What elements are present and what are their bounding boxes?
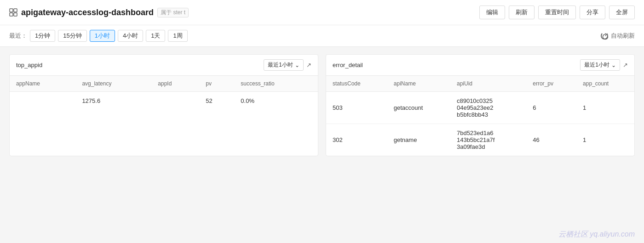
cell-api-name: getaccount <box>387 92 450 124</box>
col-success-ratio: success_ratio <box>234 76 318 92</box>
svg-rect-3 <box>14 13 17 16</box>
edit-button[interactable]: 编辑 <box>479 6 505 19</box>
svg-rect-0 <box>10 9 13 12</box>
col-status-code: statusCode <box>326 76 387 92</box>
recent-label: 最近： <box>9 32 27 40</box>
col-api-name: apiName <box>387 76 450 92</box>
cell-error-pv: 46 <box>526 124 576 156</box>
col-pv: pv <box>199 76 234 92</box>
refresh-button[interactable]: 刷新 <box>509 6 535 19</box>
top-appid-panel-header: top_appid 最近1小时 ⌄ ↗ <box>10 55 318 76</box>
cell-error-pv: 6 <box>526 92 576 124</box>
cell-appid <box>151 92 199 110</box>
error-detail-time-label: 最近1小时 <box>584 61 610 69</box>
share-button[interactable]: 分享 <box>580 6 605 19</box>
cell-app-count: 1 <box>576 124 634 156</box>
toolbar-left: 最近： 1分钟 15分钟 1小时 4小时 1天 1周 <box>9 30 188 42</box>
cell-status-code: 503 <box>326 92 387 124</box>
cell-api-uid: c89010c032504e95a23ee2b5bfc8bb43 <box>450 92 526 124</box>
col-avg-latency: avg_latency <box>75 76 151 92</box>
top-appid-header-right: 最近1小时 ⌄ ↗ <box>264 59 311 71</box>
page-title: apigateway-accesslog-dashboard <box>21 8 154 17</box>
cell-pv: 52 <box>199 92 234 110</box>
error-detail-panel-header: error_detail 最近1小时 ⌄ ↗ <box>326 55 634 76</box>
time-btn-1min[interactable]: 1分钟 <box>30 30 55 42</box>
top-appid-time-label: 最近1小时 <box>268 61 293 69</box>
top-appid-table: appName avg_latency appId pv success_rat… <box>10 76 318 110</box>
error-detail-panel: error_detail 最近1小时 ⌄ ↗ statusCode apiNam… <box>326 54 635 156</box>
top-appid-expand-icon[interactable]: ↗ <box>306 62 311 68</box>
dashboard-icon <box>9 8 17 17</box>
cell-app-count: 1 <box>576 92 634 124</box>
col-error-pv: error_pv <box>526 76 576 92</box>
cell-success-ratio: 0.0% <box>234 92 318 110</box>
table-row: 503 getaccount c89010c032504e95a23ee2b5b… <box>326 92 634 124</box>
table-row: 1275.6 52 0.0% <box>10 92 318 110</box>
error-detail-header-right: 最近1小时 ⌄ ↗ <box>580 59 628 71</box>
fullscreen-button[interactable]: 全屏 <box>609 6 635 19</box>
header: apigateway-accesslog-dashboard 属于 ster t… <box>0 0 644 25</box>
time-btn-15min[interactable]: 15分钟 <box>58 30 86 42</box>
header-right: 编辑 刷新 重置时间 分享 全屏 <box>479 6 635 19</box>
cell-status-code: 302 <box>326 124 387 156</box>
top-appid-time-select[interactable]: 最近1小时 ⌄ <box>264 59 304 71</box>
top-appid-header-row: appName avg_latency appId pv success_rat… <box>10 76 318 92</box>
col-api-uid: apiUid <box>450 76 526 92</box>
chevron-down-icon: ⌄ <box>611 62 616 68</box>
cell-avg-latency: 1275.6 <box>75 92 151 110</box>
auto-refresh-label: 自动刷新 <box>611 32 635 40</box>
error-detail-time-select[interactable]: 最近1小时 ⌄ <box>580 59 620 71</box>
cell-api-name: getname <box>387 124 450 156</box>
cell-appname <box>10 92 75 110</box>
chevron-down-icon: ⌄ <box>295 62 299 68</box>
reset-time-button[interactable]: 重置时间 <box>538 6 576 19</box>
error-detail-table: statusCode apiName apiUid error_pv app_c… <box>326 76 634 156</box>
top-appid-title: top_appid <box>16 62 42 68</box>
table-row: 302 getname 7bd523ed1a6143b5bc21a7f3a09f… <box>326 124 634 156</box>
toolbar-right: 自动刷新 <box>601 32 635 40</box>
auto-refresh-icon[interactable] <box>601 32 608 40</box>
error-detail-title: error_detail <box>333 62 363 68</box>
cell-api-uid: 7bd523ed1a6143b5bc21a7f3a09fae3d <box>450 124 526 156</box>
time-btn-1hour[interactable]: 1小时 <box>90 30 115 42</box>
top-appid-panel: top_appid 最近1小时 ⌄ ↗ appName avg_latency … <box>9 54 318 156</box>
header-left: apigateway-accesslog-dashboard 属于 ster t <box>9 8 189 17</box>
error-detail-header-row: statusCode apiName apiUid error_pv app_c… <box>326 76 634 92</box>
time-btn-4hour[interactable]: 4小时 <box>118 30 143 42</box>
svg-rect-2 <box>10 13 13 16</box>
content: top_appid 最近1小时 ⌄ ↗ appName avg_latency … <box>0 47 644 164</box>
col-app-count: app_count <box>576 76 634 92</box>
time-btn-1day[interactable]: 1天 <box>146 30 165 42</box>
error-detail-expand-icon[interactable]: ↗ <box>623 62 628 68</box>
time-btn-1week[interactable]: 1周 <box>168 30 187 42</box>
owner-tag: 属于 ster t <box>157 8 189 17</box>
toolbar: 最近： 1分钟 15分钟 1小时 4小时 1天 1周 自动刷新 <box>0 25 644 47</box>
col-appname: appName <box>10 76 75 92</box>
col-appid: appId <box>151 76 199 92</box>
svg-rect-1 <box>14 9 17 12</box>
